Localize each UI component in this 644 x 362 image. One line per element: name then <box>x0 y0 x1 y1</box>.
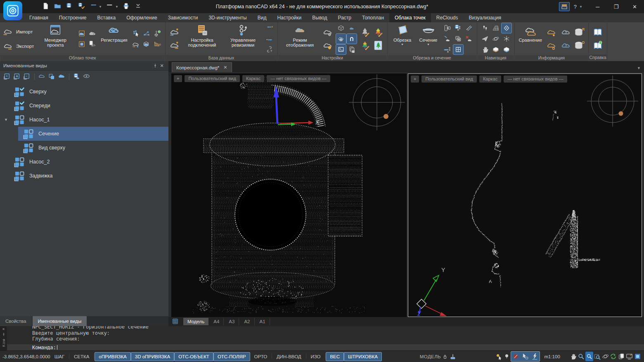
toggle-ОРТО[interactable]: ОРТО <box>250 352 272 361</box>
toggle-ДИН-ВВОД[interactable]: ДИН-ВВОД <box>272 352 305 361</box>
cloud-db-out-button[interactable] <box>168 39 181 52</box>
panel-tab-Свойства[interactable]: Свойства <box>0 316 32 326</box>
viewport-menu---- нет связанных видов ---[interactable]: --- нет связанных видов --- <box>267 75 330 82</box>
panel-visibility-button[interactable] <box>83 72 90 82</box>
help-caret-icon[interactable]: ▼ <box>579 5 582 9</box>
sheet-tab-Модель[interactable]: Модель <box>183 318 208 325</box>
tree-frame-button[interactable] <box>372 39 384 52</box>
tree-gray-button[interactable] <box>359 26 371 38</box>
app-logo-icon[interactable] <box>3 1 22 20</box>
cloud-ring-button[interactable] <box>545 39 558 52</box>
qa-undo-button[interactable] <box>89 2 97 12</box>
ribbon-tab-3D-инструменты[interactable]: 3D-инструменты <box>203 13 252 22</box>
ribbon-tab-Оформление[interactable]: Оформление <box>121 13 162 22</box>
qa-redo-caret-icon[interactable]: ▼ <box>115 5 118 9</box>
doc-tabs-chevron-icon[interactable]: ▼ <box>637 66 641 70</box>
image-frame-button[interactable] <box>336 45 346 54</box>
toggle-ОТС-ОБЪЕКТ[interactable]: ОТС-ОБЪЕКТ <box>174 352 213 361</box>
document-tab-close-icon[interactable]: ✕ <box>223 65 227 70</box>
toggle-ШАГ[interactable]: ШАГ <box>50 352 69 361</box>
Сравнение-button[interactable]: Сравнение <box>518 23 544 54</box>
toggle-ВЕС[interactable]: ВЕС <box>326 352 344 361</box>
save-tiles-button[interactable] <box>453 23 463 33</box>
cube-cloud-button[interactable] <box>142 39 152 49</box>
command-line[interactable]: ✕ Ком NPC_SECT_HORIZ - Горизонтальное се… <box>0 326 644 351</box>
orbit-button[interactable] <box>601 352 609 361</box>
annotation-scale[interactable]: m1:100 <box>544 354 560 359</box>
diag-lines-button[interactable] <box>464 23 474 33</box>
tree-color-button[interactable] <box>359 39 371 52</box>
tree-item-Вид сверху[interactable]: Вид сверху <box>0 141 168 155</box>
viewport-left[interactable]: +Пользовательский видКаркас--- нет связа… <box>171 73 407 317</box>
cloud-dot-button[interactable] <box>545 26 558 38</box>
panel-delete-view-button[interactable]: − <box>23 72 31 82</box>
tree-item-Насос_2[interactable]: Насос_2 <box>0 155 168 169</box>
sheet-tab-A2[interactable]: A2 <box>240 318 254 325</box>
command-input[interactable]: Команда: <box>7 344 644 351</box>
toggle-ШТРИХОВКА[interactable]: ШТРИХОВКА <box>344 352 382 361</box>
panel-tab-Именованные виды[interactable]: Именованные виды <box>33 316 87 326</box>
regen-button[interactable] <box>609 352 617 361</box>
clip-rect-button[interactable] <box>77 39 87 49</box>
no-entry-mode-button[interactable] <box>511 352 521 361</box>
grid-window-button[interactable] <box>453 45 463 54</box>
qa-save-all-button[interactable] <box>77 2 85 12</box>
command-close-icon[interactable]: ✕ <box>2 327 5 331</box>
ribbon-tab-Главная[interactable]: Главная <box>24 13 54 22</box>
Настройка подключений-button[interactable]: Настройка подключений <box>183 23 222 54</box>
viewport-menu-Пользовательский вид[interactable]: Пользовательский вид <box>421 76 476 83</box>
cube-wire-button[interactable] <box>336 23 346 33</box>
cloud-density-button[interactable] <box>88 28 97 38</box>
ribbon-tab-Топоплан[interactable]: Топоплан <box>357 13 389 22</box>
ribbon-tab-Построение[interactable]: Построение <box>54 13 92 22</box>
qa-save-button[interactable] <box>65 2 73 12</box>
fullscreen-button[interactable] <box>625 352 633 361</box>
zoom-window-button[interactable] <box>585 352 593 361</box>
tree-item-Задвижка[interactable]: Задвижка <box>0 169 168 183</box>
zoom-button[interactable] <box>577 352 585 361</box>
ribbon-tab-Зависимости[interactable]: Зависимости <box>163 13 204 22</box>
Обрезка-button[interactable]: Обрезка▼ <box>391 23 414 54</box>
qa-new-file-button[interactable] <box>41 2 50 12</box>
panel-cloud-solid-view-button[interactable] <box>58 72 66 82</box>
panel-add-named-view-button[interactable]: A <box>13 72 21 82</box>
ribbon-tab-Вывод[interactable]: Вывод <box>307 13 332 22</box>
quick-mode-button[interactable] <box>530 352 540 361</box>
cloud-mini-button[interactable] <box>347 23 357 33</box>
ribbon-tab-Настройки[interactable]: Настройки <box>272 13 307 22</box>
cube-a-button[interactable] <box>491 45 501 54</box>
cloud-house-button[interactable] <box>336 34 346 44</box>
viewport-add-button[interactable]: + <box>174 75 182 82</box>
toggle-оПРИВЯЗКА[interactable]: оПРИВЯЗКА <box>95 352 131 361</box>
space-switch-label[interactable]: МОДЕЛЬ <box>420 354 441 359</box>
ribbon-tab-Растр[interactable]: Растр <box>333 13 357 22</box>
cloud-del-button[interactable] <box>464 34 474 44</box>
points-measure-button[interactable] <box>142 28 152 38</box>
tile-diamond-button[interactable] <box>502 23 511 33</box>
qa-customize-button[interactable] <box>134 2 142 12</box>
axes-globe-button[interactable] <box>152 28 162 38</box>
epsg-button[interactable]: EPSG <box>152 39 162 49</box>
Управление ревизиями-button[interactable]: Управление ревизиями <box>224 23 263 54</box>
qa-redo-button[interactable] <box>106 2 114 12</box>
viewports-config-button[interactable] <box>634 352 642 361</box>
arrow-tiles-button[interactable] <box>443 45 452 54</box>
cyl-r-button[interactable]: R <box>573 26 585 38</box>
mesh-walk-button[interactable] <box>491 23 501 33</box>
Регистрация-button[interactable]: Регистрация <box>99 23 128 54</box>
command-pin-icon[interactable] <box>2 332 6 338</box>
zoom-frame-button[interactable] <box>593 352 601 361</box>
cloud-db-in-button[interactable] <box>168 26 181 38</box>
toggle-СЕТКА[interactable]: СЕТКА <box>70 352 93 361</box>
toggle-ОТС-ПОЛЯР[interactable]: ОТС-ПОЛЯР <box>213 352 250 361</box>
Импорт-button[interactable]: Импорт <box>3 26 34 37</box>
viewport-menu-Каркас[interactable]: Каркас <box>242 75 264 82</box>
cloud-q-button[interactable]: ? <box>560 26 572 38</box>
sheet-tab-A3[interactable]: A3 <box>225 318 239 325</box>
cloud-q2-button[interactable]: ? <box>560 39 572 52</box>
layout-download-button[interactable] <box>449 352 457 361</box>
qa-undo-caret-icon[interactable]: ▼ <box>99 5 102 9</box>
viewport-right[interactable]: +Пользовательский видКаркас--- нет связа… <box>408 73 642 317</box>
illumination-button[interactable] <box>503 352 511 361</box>
cursor-snap-mode-button[interactable] <box>521 352 530 361</box>
